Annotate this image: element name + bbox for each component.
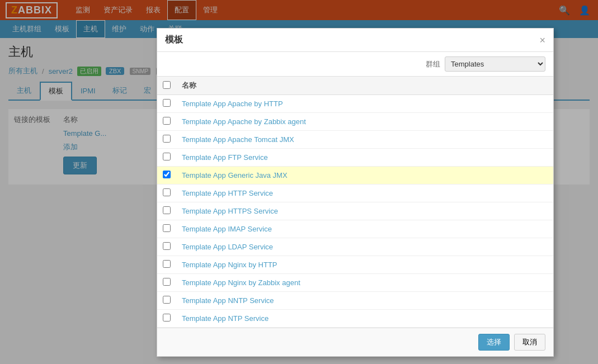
- table-row[interactable]: Template App Apache by Zabbix agent: [157, 113, 553, 131]
- row-checkbox-cell: [157, 131, 176, 149]
- modal-body: 名称 Template App Apache by HTTPTemplate A…: [157, 77, 553, 196]
- table-row[interactable]: Template App FTP Service: [157, 149, 553, 167]
- group-label: 群组: [426, 59, 440, 69]
- table-header-row: 名称: [157, 77, 553, 95]
- row-checkbox-cell: [157, 113, 176, 131]
- modal-header: 模板 ×: [157, 29, 553, 52]
- row-checkbox-cell: [157, 149, 176, 167]
- row-checkbox[interactable]: [163, 153, 171, 160]
- row-name: Template App Apache Tomcat JMX: [176, 131, 553, 149]
- row-name: Template App FTP Service: [176, 149, 553, 167]
- row-name: Template App HTTP Service: [176, 185, 553, 196]
- table-row[interactable]: Template App Generic Java JMX: [157, 167, 553, 185]
- row-checkbox[interactable]: [163, 99, 171, 107]
- table-row[interactable]: Template App Apache Tomcat JMX: [157, 131, 553, 149]
- modal-close-button[interactable]: ×: [539, 35, 545, 45]
- select-all-checkbox[interactable]: [163, 81, 171, 89]
- header-name: 名称: [176, 77, 553, 95]
- group-select[interactable]: Templates All Linux servers Network devi…: [445, 56, 545, 72]
- table-row[interactable]: Template App Apache by HTTP: [157, 95, 553, 113]
- row-checkbox-cell: [157, 95, 176, 113]
- modal-templates: 模板 × 群组 Templates All Linux servers Netw…: [157, 28, 554, 196]
- row-checkbox[interactable]: [163, 117, 171, 125]
- row-checkbox-cell: [157, 167, 176, 185]
- row-name: Template App Generic Java JMX: [176, 167, 553, 185]
- modal-title: 模板: [165, 34, 183, 46]
- header-checkbox-cell: [157, 77, 176, 95]
- row-checkbox[interactable]: [163, 135, 171, 143]
- row-checkbox[interactable]: [163, 171, 171, 178]
- row-name: Template App Apache by HTTP: [176, 95, 553, 113]
- template-table-body: Template App Apache by HTTPTemplate App …: [157, 95, 553, 196]
- row-name: Template App Apache by Zabbix agent: [176, 113, 553, 131]
- templates-table: 名称 Template App Apache by HTTPTemplate A…: [157, 77, 553, 196]
- row-checkbox[interactable]: [163, 188, 171, 196]
- table-row[interactable]: Template App HTTP Service: [157, 185, 553, 196]
- modal-toolbar: 群组 Templates All Linux servers Network d…: [157, 52, 553, 77]
- row-checkbox-cell: [157, 185, 176, 196]
